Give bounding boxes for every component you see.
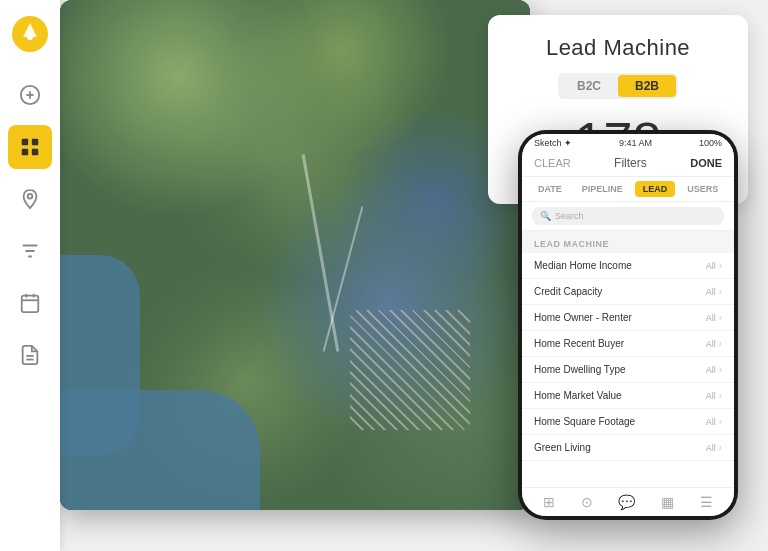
- list-item[interactable]: Median Home Income All ›: [522, 253, 734, 279]
- list-item-text: Home Square Footage: [534, 416, 635, 427]
- chevron-icon: ›: [719, 286, 722, 297]
- phone-carrier: Sketch ✦: [534, 138, 572, 148]
- svg-rect-6: [32, 139, 38, 145]
- phone-section-label: LEAD MACHINE: [522, 231, 734, 253]
- nav-calendar[interactable]: ▦: [661, 494, 674, 510]
- svg-rect-7: [22, 149, 28, 155]
- nav-location[interactable]: ⊙: [581, 494, 593, 510]
- phone-done-button[interactable]: DONE: [690, 157, 722, 169]
- document-button[interactable]: [8, 333, 52, 377]
- list-item[interactable]: Credit Capacity All ›: [522, 279, 734, 305]
- phone-filter-tabs: DATE PIPELINE LEAD USERS: [522, 177, 734, 202]
- phone-clear-button[interactable]: CLEAR: [534, 157, 571, 169]
- phone-search-container[interactable]: 🔍 Search: [522, 202, 734, 231]
- list-item-right: All ›: [706, 390, 722, 401]
- chevron-icon: ›: [719, 338, 722, 349]
- chevron-icon: ›: [719, 364, 722, 375]
- list-item[interactable]: Home Square Footage All ›: [522, 409, 734, 435]
- list-item-right: All ›: [706, 364, 722, 375]
- sidebar: [0, 0, 60, 551]
- list-item-right: All ›: [706, 312, 722, 323]
- phone-battery: 100%: [699, 138, 722, 148]
- chevron-icon: ›: [719, 260, 722, 271]
- phone-header: CLEAR Filters DONE: [522, 150, 734, 177]
- nav-menu[interactable]: ☰: [700, 494, 713, 510]
- list-item-right: All ›: [706, 338, 722, 349]
- svg-rect-5: [22, 139, 28, 145]
- list-item-right: All ›: [706, 416, 722, 427]
- list-item[interactable]: Green Living All ›: [522, 435, 734, 461]
- search-icon: 🔍: [540, 211, 551, 221]
- phone-mockup: Sketch ✦ 9:41 AM 100% CLEAR Filters DONE…: [518, 130, 738, 520]
- phone-screen: Sketch ✦ 9:41 AM 100% CLEAR Filters DONE…: [522, 134, 734, 516]
- location-nav-icon: ⊙: [581, 494, 593, 510]
- grid-nav-icon: ⊞: [543, 494, 555, 510]
- list-item-text: Home Dwelling Type: [534, 364, 626, 375]
- calendar-button[interactable]: [8, 281, 52, 325]
- calendar-nav-icon: ▦: [661, 494, 674, 510]
- phone-time: 9:41 AM: [619, 138, 652, 148]
- chevron-icon: ›: [719, 390, 722, 401]
- add-button[interactable]: [8, 73, 52, 117]
- menu-nav-icon: ☰: [700, 494, 713, 510]
- tab-pipeline[interactable]: PIPELINE: [574, 181, 631, 197]
- tab-users[interactable]: USERS: [679, 181, 726, 197]
- list-item-text: Home Recent Buyer: [534, 338, 624, 349]
- list-item-text: Green Living: [534, 442, 591, 453]
- map-container[interactable]: [60, 0, 530, 510]
- list-item[interactable]: Home Owner - Renter All ›: [522, 305, 734, 331]
- sidebar-logo[interactable]: [11, 15, 49, 53]
- tab-group: B2C B2B: [558, 73, 678, 99]
- svg-rect-10: [22, 296, 39, 313]
- phone-search-input[interactable]: 🔍 Search: [532, 207, 724, 225]
- lead-machine-title: Lead Machine: [512, 35, 724, 61]
- list-item-right: All ›: [706, 286, 722, 297]
- svg-rect-8: [32, 149, 38, 155]
- chevron-icon: ›: [719, 442, 722, 453]
- list-item[interactable]: Home Recent Buyer All ›: [522, 331, 734, 357]
- list-item-text: Home Market Value: [534, 390, 622, 401]
- list-item[interactable]: Home Market Value All ›: [522, 383, 734, 409]
- chevron-icon: ›: [719, 416, 722, 427]
- list-item-text: Credit Capacity: [534, 286, 602, 297]
- filter-button[interactable]: [8, 229, 52, 273]
- phone-status-bar: Sketch ✦ 9:41 AM 100%: [522, 134, 734, 150]
- tab-lead[interactable]: LEAD: [635, 181, 676, 197]
- list-item[interactable]: Home Dwelling Type All ›: [522, 357, 734, 383]
- tab-b2c[interactable]: B2C: [560, 75, 618, 97]
- grid-button[interactable]: [8, 125, 52, 169]
- svg-point-1: [27, 34, 33, 40]
- list-item-right: All ›: [706, 260, 722, 271]
- svg-point-9: [28, 194, 33, 199]
- phone-filters-title: Filters: [614, 156, 647, 170]
- tab-b2b[interactable]: B2B: [618, 75, 676, 97]
- phone-filter-list: Median Home Income All › Credit Capacity…: [522, 253, 734, 487]
- nav-chat[interactable]: 💬: [618, 494, 635, 510]
- tab-date[interactable]: DATE: [530, 181, 570, 197]
- list-item-right: All ›: [706, 442, 722, 453]
- search-placeholder: Search: [555, 211, 584, 221]
- chevron-icon: ›: [719, 312, 722, 323]
- list-item-text: Median Home Income: [534, 260, 632, 271]
- location-button[interactable]: [8, 177, 52, 221]
- phone-bottom-nav: ⊞ ⊙ 💬 ▦ ☰: [522, 487, 734, 516]
- list-item-text: Home Owner - Renter: [534, 312, 632, 323]
- nav-grid[interactable]: ⊞: [543, 494, 555, 510]
- chat-nav-icon: 💬: [618, 494, 635, 510]
